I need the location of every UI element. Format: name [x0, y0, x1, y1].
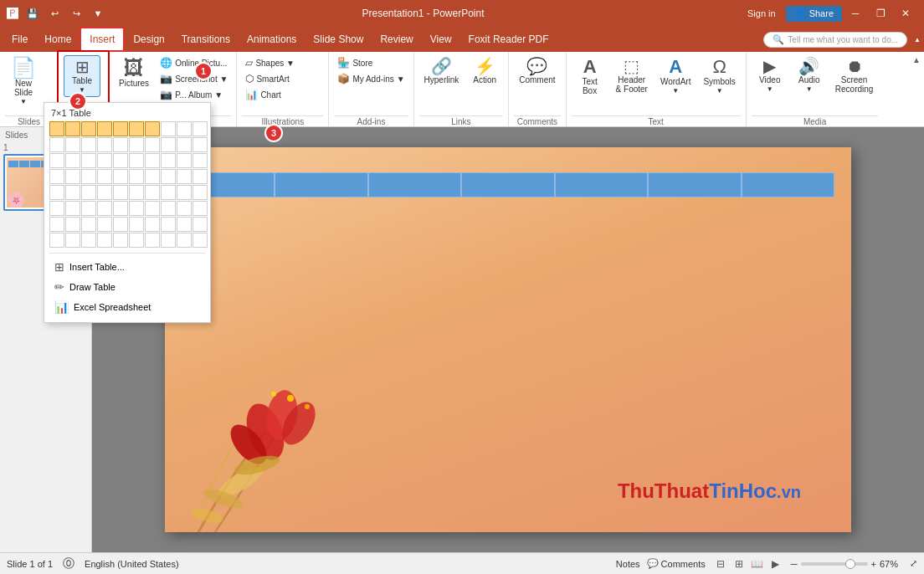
grid-cell-7-7[interactable] — [161, 233, 176, 248]
save-button[interactable]: 💾 — [23, 4, 42, 23]
grid-cell-1-9[interactable] — [192, 137, 208, 152]
menu-foxit[interactable]: Foxit Reader PDF — [460, 27, 557, 52]
menu-file[interactable]: File — [3, 27, 36, 52]
menu-slideshow[interactable]: Slide Show — [305, 27, 372, 52]
menu-review[interactable]: Review — [372, 27, 421, 52]
insert-table-menu-item[interactable]: ⊞ Insert Table... — [49, 257, 205, 277]
symbols-button[interactable]: Ω Symbols ▼ — [698, 55, 740, 97]
grid-cell-7-2[interactable] — [81, 233, 96, 248]
grid-cell-4-8[interactable] — [177, 185, 192, 200]
grid-cell-7-9[interactable] — [192, 233, 208, 248]
grid-cell-3-4[interactable] — [113, 169, 128, 184]
my-addins-button[interactable]: 📦 My Add-ins ▼ — [334, 71, 408, 86]
fit-slide-button[interactable]: ⤢ — [910, 558, 917, 569]
grid-cell-4-5[interactable] — [129, 185, 144, 200]
grid-cell-1-3[interactable] — [97, 137, 112, 152]
grid-cell-2-7[interactable] — [161, 153, 176, 168]
grid-cell-2-8[interactable] — [177, 153, 192, 168]
menu-home[interactable]: Home — [36, 27, 80, 52]
screen-recording-button[interactable]: ⏺ ScreenRecording — [830, 55, 879, 96]
grid-cell-0-9[interactable] — [192, 121, 208, 136]
grid-cell-1-4[interactable] — [113, 137, 128, 152]
grid-cell-3-6[interactable] — [145, 169, 160, 184]
grid-cell-2-0[interactable] — [49, 153, 64, 168]
grid-cell-6-8[interactable] — [177, 217, 192, 232]
header-footer-button[interactable]: ⬚ Header& Footer — [611, 55, 653, 96]
grid-cell-0-3[interactable] — [97, 121, 112, 136]
grid-cell-1-6[interactable] — [145, 137, 160, 152]
pictures-button[interactable]: 🖼 Pictures — [114, 55, 154, 90]
grid-cell-7-8[interactable] — [177, 233, 192, 248]
normal-view-button[interactable]: ⊟ — [712, 556, 729, 572]
redo-button[interactable]: ↪ — [67, 4, 85, 23]
store-button[interactable]: 🏪 Store — [334, 55, 408, 70]
grid-cell-6-1[interactable] — [65, 217, 80, 232]
comment-button[interactable]: 💬 Comment — [514, 55, 560, 87]
grid-cell-4-3[interactable] — [97, 185, 112, 200]
grid-cell-6-6[interactable] — [145, 217, 160, 232]
slide-sorter-button[interactable]: ⊞ — [731, 556, 747, 572]
grid-cell-6-3[interactable] — [97, 217, 112, 232]
grid-cell-0-8[interactable] — [177, 121, 192, 136]
grid-cell-0-4[interactable] — [113, 121, 128, 136]
grid-cell-1-7[interactable] — [161, 137, 176, 152]
menu-transitions[interactable]: Transitions — [173, 27, 239, 52]
grid-cell-6-9[interactable] — [192, 217, 208, 232]
grid-cell-6-0[interactable] — [49, 217, 64, 232]
tell-me-box[interactable]: 🔍 Tell me what you want to do... — [763, 32, 907, 48]
grid-cell-6-7[interactable] — [161, 217, 176, 232]
grid-cell-0-1[interactable] — [65, 121, 80, 136]
grid-cell-2-2[interactable] — [81, 153, 96, 168]
hyperlink-button[interactable]: 🔗 Hyperlink — [419, 55, 465, 87]
grid-cell-7-1[interactable] — [65, 233, 80, 248]
grid-cell-2-3[interactable] — [97, 153, 112, 168]
grid-cell-6-5[interactable] — [129, 217, 144, 232]
menu-view[interactable]: View — [422, 27, 460, 52]
zoom-out-button[interactable]: ─ — [791, 559, 798, 569]
grid-cell-7-3[interactable] — [97, 233, 112, 248]
video-button[interactable]: ▶ Video ▼ — [752, 55, 788, 95]
chart-button[interactable]: 📊 Chart — [242, 87, 298, 102]
grid-cell-5-8[interactable] — [177, 201, 192, 216]
grid-cell-5-9[interactable] — [192, 201, 208, 216]
slideshow-button[interactable]: ▶ — [767, 556, 784, 572]
menu-insert[interactable]: Insert — [80, 27, 125, 52]
close-button[interactable]: ✕ — [894, 5, 917, 22]
grid-cell-0-5[interactable] — [129, 121, 144, 136]
grid-cell-0-2[interactable] — [81, 121, 96, 136]
excel-spreadsheet-menu-item[interactable]: 📊 Excel Spreadsheet — [49, 297, 205, 317]
notes-button[interactable]: Notes — [616, 559, 640, 569]
grid-cell-4-2[interactable] — [81, 185, 96, 200]
ribbon-collapse[interactable]: ▲ — [912, 55, 921, 64]
smartart-button[interactable]: ⬡ SmartArt — [242, 71, 298, 86]
grid-cell-3-3[interactable] — [97, 169, 112, 184]
reading-view-button[interactable]: 📖 — [749, 556, 766, 572]
grid-cell-1-1[interactable] — [65, 137, 80, 152]
grid-cell-3-8[interactable] — [177, 169, 192, 184]
zoom-in-button[interactable]: + — [871, 559, 876, 569]
undo-button[interactable]: ↩ — [45, 4, 64, 23]
grid-cell-1-8[interactable] — [177, 137, 192, 152]
shapes-button[interactable]: ▱ Shapes ▼ — [242, 55, 298, 70]
grid-cell-0-0[interactable] — [49, 121, 64, 136]
grid-cell-5-2[interactable] — [81, 201, 96, 216]
minimize-button[interactable]: ─ — [844, 5, 867, 22]
grid-cell-0-6[interactable] — [145, 121, 160, 136]
share-button[interactable]: 👤 Share — [786, 6, 842, 22]
customize-button[interactable]: ▼ — [89, 4, 107, 23]
table-grid[interactable] — [49, 121, 205, 248]
grid-cell-2-6[interactable] — [145, 153, 160, 168]
grid-cell-4-1[interactable] — [65, 185, 80, 200]
grid-cell-2-4[interactable] — [113, 153, 128, 168]
new-slide-button[interactable]: 📄 NewSlide ▼ — [5, 55, 42, 108]
grid-cell-5-0[interactable] — [49, 201, 64, 216]
zoom-track[interactable] — [801, 562, 868, 566]
textbox-button[interactable]: A TextBox — [572, 55, 608, 98]
grid-cell-3-0[interactable] — [49, 169, 64, 184]
table-button[interactable]: ⊞ Table ▼ — [64, 55, 100, 97]
grid-cell-0-7[interactable] — [161, 121, 176, 136]
audio-button[interactable]: 🔊 Audio ▼ — [791, 55, 828, 95]
grid-cell-1-0[interactable] — [49, 137, 64, 152]
grid-cell-4-6[interactable] — [145, 185, 160, 200]
grid-cell-3-7[interactable] — [161, 169, 176, 184]
